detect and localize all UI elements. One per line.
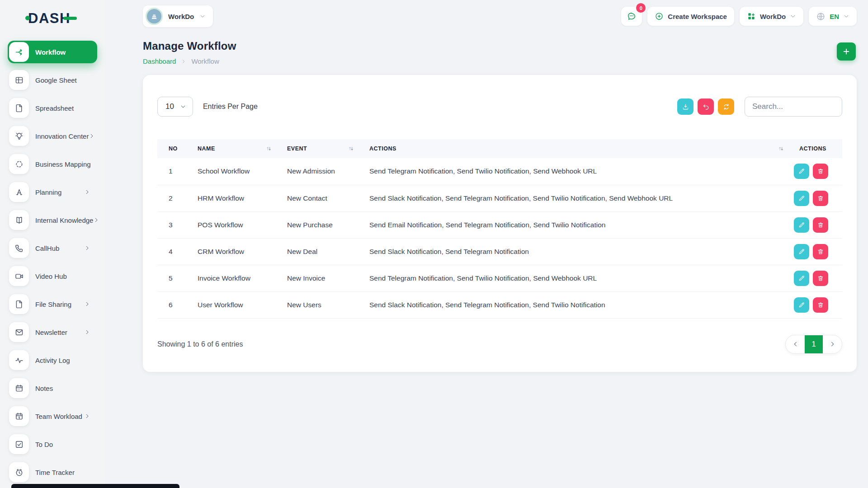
reset-button[interactable] xyxy=(698,99,714,115)
building-icon xyxy=(150,12,159,21)
workspace-selector[interactable]: WorkDo xyxy=(143,5,213,27)
sidebar-item-spreadsheet[interactable]: Spreadsheet xyxy=(8,97,97,119)
sidebar-item-video-hub[interactable]: Video Hub xyxy=(8,265,97,287)
cell-row-actions xyxy=(788,265,842,291)
sidebar-item-to-do[interactable]: To Do xyxy=(8,433,97,455)
sidebar-item-innovation-center[interactable]: Innovation Center xyxy=(8,125,97,147)
trash-icon xyxy=(817,248,824,255)
callhub-icon xyxy=(9,238,29,258)
cell-name: School Workflow xyxy=(186,158,276,185)
cell-no: 2 xyxy=(157,185,186,211)
workspace-name: WorkDo xyxy=(168,13,194,20)
sidebar-item-label: Time Tracker xyxy=(35,469,75,476)
google-sheet-icon xyxy=(9,70,29,90)
edit-button[interactable] xyxy=(794,271,809,286)
search-input[interactable] xyxy=(745,97,842,117)
delete-button[interactable] xyxy=(813,271,828,286)
delete-button[interactable] xyxy=(813,244,828,259)
trash-icon xyxy=(817,221,824,229)
sidebar-item-business-mapping[interactable]: Business Mapping xyxy=(8,153,97,175)
sidebar-item-newsletter[interactable]: Newsletter xyxy=(8,321,97,343)
sidebar-item-label: Planning xyxy=(35,188,61,196)
trash-icon xyxy=(817,275,824,282)
trash-icon xyxy=(817,195,824,202)
edit-button[interactable] xyxy=(794,244,809,259)
sort-icon[interactable] xyxy=(778,145,784,152)
app-switcher-button[interactable]: WorkDo xyxy=(740,7,803,26)
sidebar-item-label: File Sharing xyxy=(35,300,71,308)
entries-value: 10 xyxy=(165,102,174,111)
delete-button[interactable] xyxy=(813,164,828,179)
messages-button[interactable]: 0 xyxy=(621,7,642,26)
column-header-event[interactable]: EVENT xyxy=(276,139,358,158)
chevron-down-icon xyxy=(843,13,849,19)
top-bar: WorkDo 0 Create Workspace WorkDo EN xyxy=(105,0,868,27)
cell-name: POS Workflow xyxy=(186,211,276,238)
logo-dot xyxy=(25,16,30,20)
delete-button[interactable] xyxy=(813,217,828,233)
column-label: ACTIONS xyxy=(369,145,396,152)
cell-event: New Contact xyxy=(276,185,358,211)
workflow-table: NO NAME EVENT ACTIONS ACTIONS 1School Wo… xyxy=(157,139,842,319)
undo-icon xyxy=(702,103,710,111)
table-row: 1School WorkflowNew AdmissionSend Telegr… xyxy=(157,158,842,185)
page-number[interactable]: 1 xyxy=(805,335,823,354)
entries-summary: Showing 1 to 6 of 6 entries xyxy=(157,340,243,348)
delete-button[interactable] xyxy=(813,297,828,313)
cell-event: New Purchase xyxy=(276,211,358,238)
cell-name: HRM Workflow xyxy=(186,185,276,211)
next-page-button[interactable] xyxy=(823,335,842,354)
sidebar-item-label: Business Mapping xyxy=(35,160,91,168)
table-row: 5Invoice WorkflowNew InvoiceSend Telegra… xyxy=(157,265,842,291)
sidebar-item-file-sharing[interactable]: File Sharing xyxy=(8,293,97,315)
sidebar-item-callhub[interactable]: CallHub xyxy=(8,237,97,259)
breadcrumb-current: Workflow xyxy=(191,57,219,65)
newsletter-icon xyxy=(9,322,29,342)
sidebar-item-notes[interactable]: Notes xyxy=(8,377,97,399)
sidebar-item-google-sheet[interactable]: Google Sheet xyxy=(8,69,97,91)
sidebar-item-planning[interactable]: Planning xyxy=(8,181,97,203)
spreadsheet-icon xyxy=(9,98,29,118)
sidebar-item-team-workload[interactable]: Team Workload xyxy=(8,405,97,427)
sidebar-item-workflow[interactable]: Workflow xyxy=(8,41,97,63)
edit-button[interactable] xyxy=(794,191,809,206)
sidebar-item-internal-knowledge[interactable]: Internal Knowledge xyxy=(8,209,97,231)
sidebar-item-time-tracker[interactable]: Time Tracker xyxy=(8,461,97,483)
chevron-right-icon xyxy=(84,245,90,251)
cell-row-actions xyxy=(788,211,842,238)
table-row: 3POS WorkflowNew PurchaseSend Email Noti… xyxy=(157,211,842,238)
cell-no: 1 xyxy=(157,158,186,185)
workflow-card: 10 Entries Per Page NO NAME EVEN xyxy=(143,75,857,372)
team-workload-icon xyxy=(9,406,29,426)
breadcrumb-dashboard-link[interactable]: Dashboard xyxy=(143,57,176,65)
cell-no: 5 xyxy=(157,265,186,291)
sort-icon[interactable] xyxy=(348,145,354,152)
planning-icon xyxy=(9,182,29,202)
chevron-right-icon xyxy=(181,59,186,64)
language-selector[interactable]: EN xyxy=(809,7,857,26)
table-header-row: NO NAME EVENT ACTIONS ACTIONS xyxy=(157,139,842,158)
column-label: EVENT xyxy=(287,145,307,152)
sidebar-item-label: Notes xyxy=(35,385,53,392)
column-header-actions[interactable]: ACTIONS xyxy=(358,139,788,158)
sidebar-item-label: Spreadsheet xyxy=(35,104,74,112)
chevron-right-icon xyxy=(84,189,90,195)
add-workflow-button[interactable] xyxy=(837,42,856,61)
edit-button[interactable] xyxy=(794,217,809,233)
breadcrumb: Dashboard Workflow xyxy=(143,57,236,65)
sidebar-item-activity-log[interactable]: Activity Log xyxy=(8,349,97,371)
create-workspace-button[interactable]: Create Workspace xyxy=(647,7,734,26)
table-row: 6User WorkflowNew UsersSend Slack Notifi… xyxy=(157,291,842,318)
cell-actions-text: Send Email Notification, Send Telegram N… xyxy=(358,211,788,238)
edit-button[interactable] xyxy=(794,297,809,313)
globe-icon xyxy=(816,12,826,21)
export-button[interactable] xyxy=(677,99,693,115)
delete-button[interactable] xyxy=(813,191,828,206)
column-header-name[interactable]: NAME xyxy=(186,139,276,158)
refresh-button[interactable] xyxy=(718,99,734,115)
previous-page-button[interactable] xyxy=(786,335,805,354)
edit-button[interactable] xyxy=(794,164,809,179)
app-switcher-label: WorkDo xyxy=(760,13,786,20)
entries-per-page-select[interactable]: 10 xyxy=(157,97,193,117)
sort-icon[interactable] xyxy=(265,145,272,152)
